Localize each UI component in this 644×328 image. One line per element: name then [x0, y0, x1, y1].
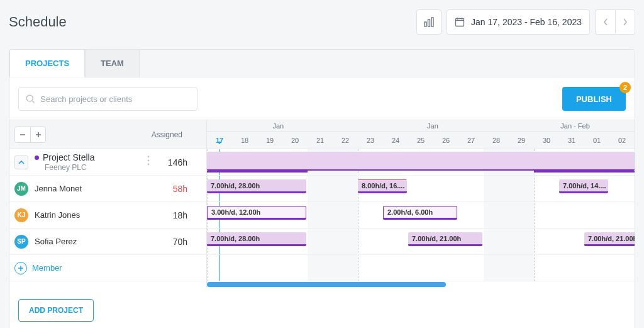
chevron-right-icon: [622, 18, 628, 26]
avatar: KJ: [14, 208, 28, 222]
month-label: Jan - Feb: [516, 120, 635, 131]
publish-button[interactable]: PUBLISH: [562, 87, 626, 111]
project-name: Project Stella: [43, 152, 94, 162]
avatar: SP: [14, 235, 28, 249]
add-member-button[interactable]: Member: [9, 255, 206, 281]
svg-rect-3: [456, 19, 464, 26]
project-segment-underline: [207, 171, 308, 172]
allocation-bar[interactable]: 3.00h/d, 12.00h: [207, 206, 306, 220]
timeline-row: 3.00h/d, 12.00h2.00h/d, 6.00h: [207, 202, 635, 229]
day-header: 21: [308, 132, 333, 149]
tab-team[interactable]: TEAM: [85, 49, 140, 77]
day-header: 26: [433, 132, 458, 149]
svg-point-13: [148, 160, 150, 162]
allocation-bar[interactable]: 7.00h/d, 28.00h: [207, 232, 306, 246]
day-header: 31: [559, 132, 584, 149]
project-segment-underline: [534, 171, 635, 172]
stats-button[interactable]: [416, 9, 441, 35]
day-header: 23: [358, 132, 383, 149]
day-header: 19: [257, 132, 282, 149]
chevron-up-icon: [18, 159, 25, 166]
tab-projects[interactable]: PROJECTS: [9, 49, 85, 77]
member-name: Sofia Perez: [35, 237, 77, 246]
timeline-row: 7.00h/d, 28.00h8.00h/d, 16....7.00h/d, 1…: [207, 176, 635, 202]
assigned-column-header: Assigned: [152, 130, 201, 139]
day-header: 28: [484, 132, 509, 149]
minus-icon: [19, 131, 26, 139]
allocation-bar[interactable]: 7.00h/d, 14....: [559, 179, 608, 193]
day-header: 20: [282, 132, 308, 149]
day-header: 29: [509, 132, 534, 149]
add-member-label: Member: [32, 263, 62, 273]
month-label: Jan: [350, 120, 516, 131]
project-client: Feeney PLC: [45, 163, 94, 172]
grid-left-column: Assigned Project Stella Feeney PLC: [9, 120, 207, 288]
day-header: 30: [534, 132, 559, 149]
collapse-all-button[interactable]: [15, 127, 30, 142]
horizontal-scrollbar[interactable]: [207, 281, 635, 288]
page-title: Schedule: [9, 14, 67, 30]
topbar-actions: Jan 17, 2023 - Feb 16, 2023: [416, 9, 635, 35]
day-header: 02: [609, 132, 635, 149]
schedule-panel: PROJECTS TEAM PUBLISH 2: [9, 49, 635, 328]
timeline: JanJanJan - Feb 171819202122232425262728…: [207, 120, 635, 288]
member-name: Katrin Jones: [35, 210, 80, 220]
timeline-row: 7.00h/d, 28.00h7.00h/d, 21.00h7.00h/d, 2…: [207, 229, 635, 255]
day-header: 25: [408, 132, 433, 149]
day-header: 17: [207, 132, 232, 149]
member-row: JMJenna Monet58h: [9, 176, 206, 202]
svg-rect-1: [428, 20, 430, 26]
publish-badge: 2: [619, 82, 631, 93]
date-range-label: Jan 17, 2023 - Feb 16, 2023: [471, 17, 582, 27]
member-row: KJKatrin Jones18h: [9, 202, 206, 229]
project-row: Project Stella Feeney PLC 146h: [9, 149, 206, 176]
member-hours: 58h: [173, 184, 201, 194]
plus-circle-icon: [18, 265, 24, 271]
allocation-bar[interactable]: 7.00h/d, 21.00h: [584, 232, 635, 246]
timeline-row: [207, 149, 635, 176]
project-bullet-icon: [35, 156, 39, 160]
avatar: JM: [14, 182, 28, 196]
calendar-icon: [455, 17, 465, 27]
add-project-button[interactable]: ADD PROJECT: [18, 299, 94, 322]
member-row: SPSofia Perez70h: [9, 229, 206, 255]
project-toggle[interactable]: [14, 156, 28, 169]
allocation-bar[interactable]: 7.00h/d, 21.00h: [408, 232, 482, 246]
bar-chart-icon: [423, 16, 435, 28]
day-header: 22: [333, 132, 358, 149]
member-hours: 70h: [173, 237, 201, 247]
member-hours: 18h: [173, 210, 201, 220]
svg-point-7: [26, 95, 33, 101]
day-header: 18: [232, 132, 257, 149]
svg-line-8: [32, 101, 34, 103]
project-menu-button[interactable]: [147, 156, 150, 166]
allocation-bar[interactable]: 8.00h/d, 16....: [358, 179, 407, 193]
member-name: Jenna Monet: [35, 184, 82, 193]
chevron-left-icon: [602, 18, 609, 26]
timeline-row: [207, 255, 635, 281]
svg-point-14: [148, 164, 150, 166]
allocation-bar[interactable]: 7.00h/d, 28.00h: [207, 179, 306, 193]
svg-point-12: [148, 156, 150, 158]
svg-rect-0: [425, 22, 426, 26]
kebab-icon: [147, 156, 150, 166]
day-header: 24: [383, 132, 408, 149]
search-wrapper: [18, 87, 197, 111]
scroll-thumb[interactable]: [207, 282, 446, 287]
project-hours: 146h: [168, 157, 201, 167]
date-next-button[interactable]: [615, 9, 635, 35]
plus-icon: [35, 131, 42, 139]
date-range-picker[interactable]: Jan 17, 2023 - Feb 16, 2023: [447, 9, 590, 35]
project-bar[interactable]: [207, 152, 635, 171]
svg-rect-2: [431, 18, 433, 26]
allocation-bar[interactable]: 2.00h/d, 6.00h: [383, 206, 457, 220]
date-prev-button[interactable]: [595, 9, 615, 35]
month-label: Jan: [207, 120, 350, 131]
day-header: 27: [458, 132, 484, 149]
search-icon: [25, 93, 35, 105]
search-input[interactable]: [40, 94, 191, 104]
day-header: 01: [584, 132, 609, 149]
expand-all-button[interactable]: [30, 127, 45, 142]
